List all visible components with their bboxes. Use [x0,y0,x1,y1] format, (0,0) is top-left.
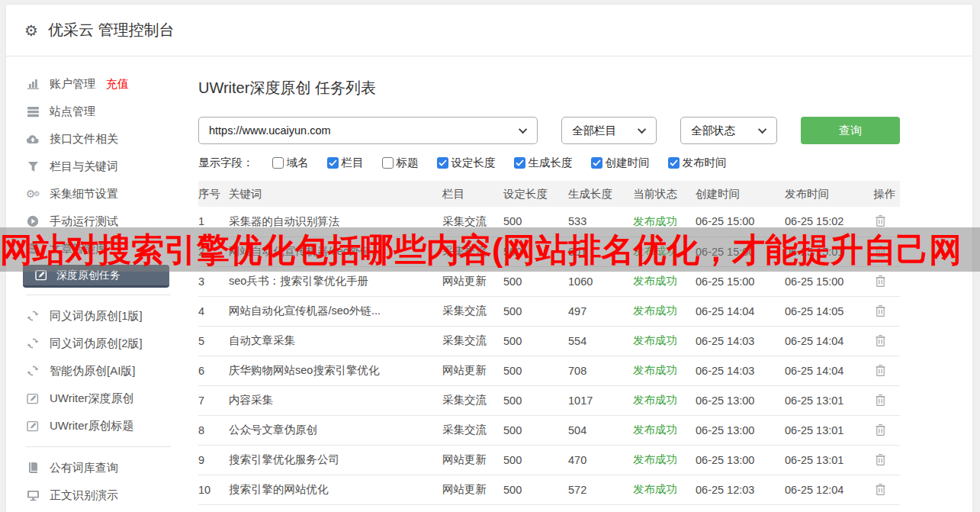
table-row: 9搜索引擎优化服务公司网站更新500470发布成功06-25 13:0006-2… [198,445,900,475]
sidebar-item-16[interactable]: 正文识别演示 [6,481,189,509]
sidebar-item-13[interactable]: UWriter原创标题 [6,412,189,440]
field-checkbox[interactable]: 创建时间 [591,156,650,170]
status-select[interactable]: 全部状态 [680,117,777,144]
cell-actions [873,475,900,504]
table-row: 4网站自动化宣传机器/seo外链...采集交流500497发布成功06-25 1… [198,296,900,326]
field-checkbox[interactable]: 域名 [272,156,309,170]
cell-set_len: 500 [503,415,568,445]
bar-chart-icon [26,78,40,90]
table-row: 7内容采集采集交流5001017发布成功06-25 13:0006-25 13:… [198,385,900,415]
chevron-down-icon [638,125,646,134]
sidebar-item-3[interactable]: 栏目与关键词 [6,153,189,180]
trash-icon [875,214,886,227]
cell-created: 06-25 14:03 [696,356,785,385]
sidebar-item-1[interactable]: 站点管理 [6,98,189,125]
sidebar-item-2[interactable]: 接口文件相关 [6,125,189,153]
cell-status: 发布成功 [633,415,696,445]
chevron-down-icon [519,125,527,134]
cell-actions [873,356,900,385]
cell-actions [873,326,900,356]
cell-gen_len: 708 [568,356,633,385]
sidebar-item-0[interactable]: 账户管理 充值 [6,70,189,98]
sidebar-item-4[interactable]: ⚙⚙ 采集细节设置 [6,180,189,208]
gear-icon: ⚙ [24,23,38,38]
delete-button[interactable] [873,452,888,468]
delete-button[interactable] [873,333,888,349]
cell-gen_len: 470 [568,445,633,475]
cell-set_len: 500 [503,356,568,385]
column-header: 生成长度 [568,181,633,207]
trash-icon [875,304,886,317]
sidebar-item-12[interactable]: UWriter深度原创 [6,385,189,412]
checkbox-box[interactable] [272,157,284,169]
watermark-text: 网站对搜索引擎优化包括哪些内容(网站排名优化，才能提升自己网 [0,233,962,266]
trash-icon [875,364,886,377]
field-checkbox[interactable]: 设定长度 [437,156,496,170]
funnel-icon [26,161,40,172]
delete-button[interactable] [873,303,888,319]
cell-no: 5 [198,326,229,356]
edit-icon [26,420,40,432]
field-checkbox[interactable]: 发布时间 [668,156,727,170]
delete-button[interactable] [873,481,888,498]
query-button[interactable]: 查询 [801,117,900,144]
sidebar-item-9[interactable]: 同义词伪原创[1版] [6,302,189,330]
checkbox-box[interactable] [327,157,339,169]
cell-created: 06-25 13:00 [696,415,785,445]
column-header: 操作 [873,181,900,207]
table-row: 8公众号文章伪原创采集交流500504发布成功06-25 13:0006-25 … [198,415,900,445]
delete-button[interactable] [873,273,888,289]
sidebar-item-11[interactable]: 智能伪原创[AI版] [6,357,189,385]
refresh-icon [26,337,40,349]
field-checkbox[interactable]: 栏目 [327,156,364,170]
cell-published: 06-25 14:04 [785,326,873,356]
display-fields-label: 显示字段： [198,156,254,170]
field-checkbox[interactable]: 生成长度 [514,156,573,170]
trash-icon [875,275,886,288]
edit-icon [26,393,40,404]
trash-icon [875,423,886,436]
checkbox-box[interactable] [437,157,448,169]
sidebar-item-15[interactable]: 公有词库查询 [6,454,189,481]
cell-keyword: 搜索引擎优化服务公司 [229,445,442,475]
cell-keyword: 网站自动化宣传机器/seo外链... [229,296,442,326]
sidebar-item-10[interactable]: 同义词伪原创[2版] [6,330,189,357]
checkbox-box[interactable] [382,157,394,169]
cell-column: 网站更新 [442,475,503,504]
cell-column: 采集交流 [442,296,503,326]
site-select[interactable]: https://www.ucaiyun.com [198,117,538,144]
cell-created: 06-25 13:00 [696,385,785,415]
column-header: 序号 [198,181,229,207]
field-checkbox[interactable]: 标题 [382,156,419,170]
gears-icon: ⚙⚙ [26,188,40,199]
cell-no: 8 [198,415,229,445]
cell-gen_len: 554 [568,326,633,356]
cell-gen_len: 1017 [568,385,633,415]
delete-button[interactable] [873,422,888,438]
cell-keyword: 搜索引擎的网站优化 [229,475,442,504]
cell-column: 网站更新 [442,356,503,385]
checkbox-box[interactable] [514,157,525,169]
checkbox-box[interactable] [668,157,680,169]
cell-set_len: 500 [503,385,568,415]
cell-gen_len: 497 [568,296,633,326]
cell-set_len: 500 [503,475,568,504]
trash-icon [875,334,886,347]
cell-keyword: 庆华购物网站seo搜索引擎优化 [229,356,442,385]
play-circle-icon [26,215,40,227]
cell-created: 06-25 14:04 [696,296,785,326]
checkbox-box[interactable] [591,157,602,169]
sidebar-divider [26,295,171,295]
field-checkbox-group: 域名 栏目 标题 设定长度 生成长度 创建时间 发布时间 [272,156,727,170]
cell-set_len: 500 [503,326,568,356]
watermark-banner: 网站对搜索引擎优化包括哪些内容(网站排名优化，才能提升自己网 [0,227,980,272]
delete-button[interactable] [873,392,888,408]
cell-keyword: 自动文章采集 [229,326,442,356]
monitor-icon [26,490,40,501]
filter-bar: https://www.ucaiyun.com 全部栏目 全部状态 查询 [198,117,972,144]
refresh-icon [26,365,40,377]
column-select[interactable]: 全部栏目 [561,117,657,144]
delete-button[interactable] [873,362,888,378]
cell-status: 发布成功 [633,356,696,385]
recharge-link[interactable]: 充值 [106,77,129,92]
